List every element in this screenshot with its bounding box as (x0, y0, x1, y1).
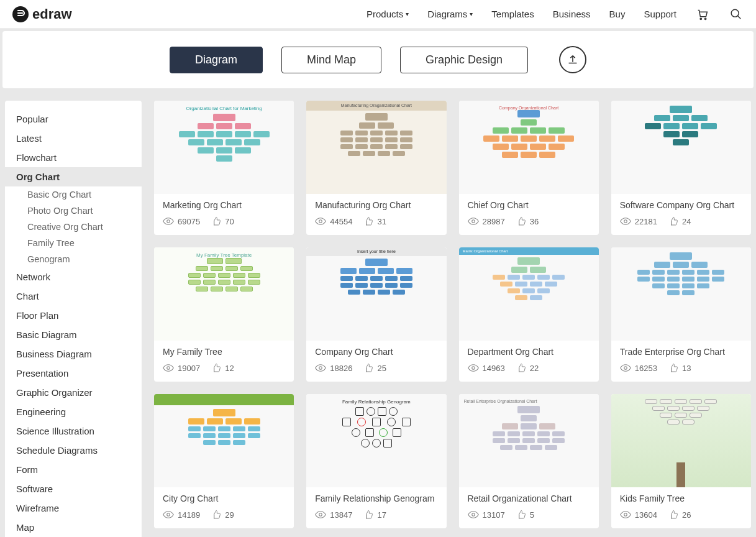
template-meta: 18826 25 (315, 363, 437, 373)
sidebar-item-chart[interactable]: Chart (5, 287, 142, 306)
template-meta: 14963 22 (468, 363, 590, 373)
template-thumbnail: Company Organizational Chart (459, 101, 599, 194)
template-meta: 13107 5 (468, 510, 590, 520)
likes-icon (668, 363, 678, 373)
template-title: My Family Tree (163, 347, 285, 357)
tab-mindmap[interactable]: Mind Map (281, 47, 381, 73)
likes-icon (516, 363, 526, 373)
sidebar-sub-photo-org[interactable]: Photo Org Chart (5, 203, 142, 219)
template-card[interactable]: Kids Family Tree 13604 26 (611, 394, 751, 528)
sidebar-item-wireframe[interactable]: Wireframe (5, 498, 142, 518)
sidebar-sub-creative-org[interactable]: Creative Org Chart (5, 219, 142, 235)
likes-icon (668, 216, 678, 226)
chevron-down-icon: ▾ (406, 11, 409, 17)
template-card[interactable]: Company Organizational Chart Chief Org C… (459, 101, 599, 235)
views-icon (468, 511, 479, 518)
nav-diagrams[interactable]: Diagrams▾ (427, 9, 473, 19)
sidebar-item-engineering[interactable]: Engineering (5, 402, 142, 421)
sidebar-item-basic-diagram[interactable]: Basic Diagram (5, 325, 142, 344)
template-card[interactable]: Organizational Chart for Marketing Marke… (154, 101, 294, 235)
template-card[interactable]: My Family Tree Template My Family Tree 1… (154, 247, 294, 382)
logo[interactable]: edraw (12, 6, 72, 22)
tab-graphic-design[interactable]: Graphic Design (400, 47, 528, 73)
svg-point-13 (471, 513, 475, 516)
upload-button[interactable] (559, 46, 586, 73)
template-thumbnail: Insert your title here (306, 247, 446, 341)
views-icon (620, 218, 631, 225)
template-title: Company Org Chart (315, 347, 437, 357)
template-meta: 19007 12 (163, 363, 285, 373)
views-icon (315, 218, 326, 225)
template-card[interactable]: Matrix Organizational Chart Department O… (459, 247, 599, 382)
likes-icon (211, 510, 221, 520)
sidebar-item-presentation[interactable]: Presentation (5, 364, 142, 383)
template-title: City Org Chart (163, 493, 285, 503)
sidebar-item-latest[interactable]: Latest (5, 129, 142, 148)
template-meta: 44554 31 (315, 216, 437, 226)
views-icon (620, 511, 631, 518)
template-title: Retail Organizational Chart (468, 493, 590, 503)
template-thumbnail (611, 101, 751, 194)
likes-icon (211, 216, 221, 226)
sidebar-sub-family-tree[interactable]: Family Tree (5, 235, 142, 251)
svg-point-12 (319, 513, 322, 516)
sidebar-item-flowchart[interactable]: Flowchart (5, 148, 142, 167)
svg-point-6 (624, 220, 627, 223)
template-grid: Organizational Chart for Marketing Marke… (154, 101, 751, 528)
nav-products[interactable]: Products▾ (367, 9, 409, 19)
template-card[interactable]: Trade Enterprise Org Chart 16253 13 (611, 247, 751, 382)
template-card[interactable]: Retail Enterprise Orgnaizational Chart R… (459, 394, 599, 528)
likes-icon (668, 510, 678, 520)
sidebar-item-graphic-organizer[interactable]: Graphic Organizer (5, 383, 142, 402)
template-thumbnail (611, 247, 751, 341)
sidebar-item-form[interactable]: Form (5, 460, 142, 479)
cart-icon[interactable] (695, 7, 710, 22)
template-meta: 22181 24 (620, 216, 742, 226)
template-title: Software Company Org Chart (620, 200, 742, 210)
svg-point-8 (319, 367, 322, 370)
header: edraw Products▾ Diagrams▾ Templates Busi… (0, 0, 756, 29)
template-card[interactable]: Family Relationship Genogram Family Rela… (306, 394, 446, 528)
nav-buy[interactable]: Buy (609, 9, 626, 19)
sidebar-item-science-illustration[interactable]: Science Illustration (5, 421, 142, 441)
svg-point-5 (471, 220, 475, 223)
views-icon (163, 364, 174, 372)
nav-business[interactable]: Business (553, 9, 591, 19)
main-content: Popular Latest Flowchart Org Chart Basic… (0, 88, 756, 537)
nav-support[interactable]: Support (644, 9, 676, 19)
template-meta: 13847 17 (315, 510, 437, 520)
sidebar-item-org-chart[interactable]: Org Chart (5, 167, 142, 186)
template-card[interactable]: Insert your title here Company Org Chart… (306, 247, 446, 382)
template-title: Family Relationship Genogram (315, 493, 437, 503)
category-sidebar: Popular Latest Flowchart Org Chart Basic… (5, 101, 142, 537)
template-thumbnail: Retail Enterprise Orgnaizational Chart (459, 394, 599, 487)
template-thumbnail: My Family Tree Template (154, 247, 294, 341)
sidebar-item-map[interactable]: Map (5, 518, 142, 537)
nav-templates[interactable]: Templates (491, 9, 534, 19)
likes-icon (211, 363, 221, 373)
svg-point-3 (167, 220, 170, 223)
sidebar-item-network[interactable]: Network (5, 267, 142, 287)
template-meta: 13604 26 (620, 510, 742, 520)
sidebar-sub-basic-org[interactable]: Basic Org Chart (5, 186, 142, 203)
sidebar-sub-genogram[interactable]: Genogram (5, 251, 142, 267)
sidebar-item-business-diagram[interactable]: Business Diagram (5, 344, 142, 364)
sidebar-item-software[interactable]: Software (5, 479, 142, 498)
template-meta: 69075 70 (163, 216, 285, 226)
template-card[interactable]: City Org Chart 14189 29 (154, 394, 294, 528)
template-card[interactable]: Manufacturing Oraganizational Chart Manu… (306, 101, 446, 235)
sidebar-item-schedule-diagrams[interactable]: Schedule Diagrams (5, 441, 142, 460)
sidebar-item-popular[interactable]: Popular (5, 109, 142, 129)
template-title: Chief Org Chart (468, 200, 590, 210)
views-icon (468, 218, 479, 225)
svg-point-4 (319, 220, 322, 223)
svg-point-10 (624, 367, 627, 370)
tab-diagram[interactable]: Diagram (170, 47, 263, 73)
template-thumbnail: Family Relationship Genogram (306, 394, 446, 487)
template-meta: 16253 13 (620, 363, 742, 373)
sidebar-item-floor-plan[interactable]: Floor Plan (5, 306, 142, 325)
search-icon[interactable] (729, 7, 744, 22)
template-card[interactable]: Software Company Org Chart 22181 24 (611, 101, 751, 235)
svg-point-14 (624, 513, 627, 516)
views-icon (163, 511, 174, 518)
